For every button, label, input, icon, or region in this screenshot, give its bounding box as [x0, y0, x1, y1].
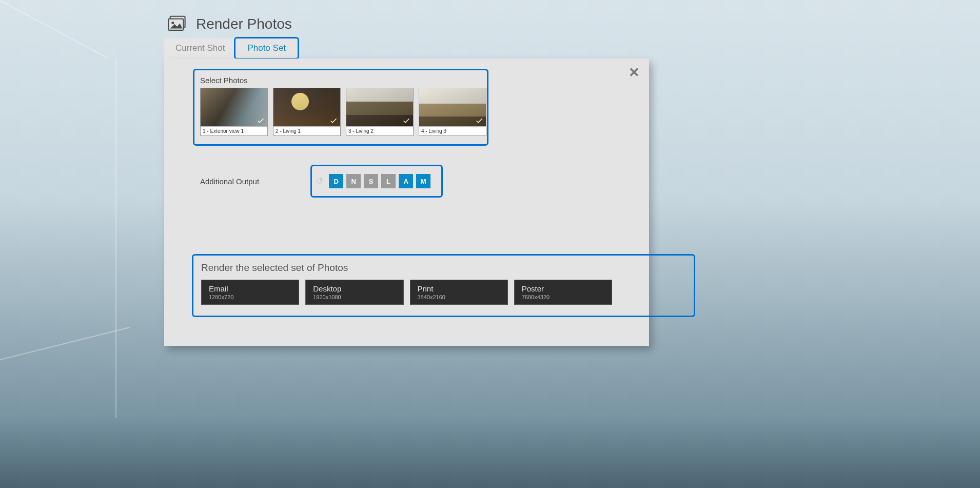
photo-thumb[interactable]: 4 - Living 3	[419, 88, 486, 136]
close-button[interactable]: ✕	[629, 65, 640, 81]
photo-thumb[interactable]: 2 - Living 1	[273, 88, 341, 136]
render-button-label: Desktop	[313, 284, 396, 293]
tab-current-shot[interactable]: Current Shot	[164, 38, 236, 58]
tab-photo-set-label: Photo Set	[247, 43, 286, 53]
reset-icon[interactable]: ↺	[316, 175, 323, 187]
check-icon	[329, 116, 338, 125]
tab-bar: Current Shot Photo Set	[164, 38, 649, 58]
output-chip-l[interactable]: L	[381, 174, 396, 188]
photo-caption: 4 - Living 3	[419, 126, 486, 135]
render-button-print[interactable]: Print 3840x2160	[410, 280, 508, 305]
check-icon	[256, 116, 265, 125]
render-section: Render the selected set of Photos Email …	[195, 257, 618, 314]
check-icon	[402, 116, 411, 125]
photo-thumb[interactable]: 1 - Exterior view 1	[200, 88, 268, 136]
check-icon	[475, 116, 484, 125]
select-photos-section: Select Photos 1 - Exterior view 1 2 - Li…	[195, 71, 618, 142]
dialog-body: ✕ Select Photos 1 - Exterior view 1 2 - …	[164, 58, 649, 346]
photos-icon	[167, 15, 189, 33]
additional-output-group: ↺ D N S L A M	[312, 167, 441, 196]
svg-rect-1	[168, 19, 183, 30]
photo-caption: 3 - Living 2	[346, 126, 413, 135]
render-button-email[interactable]: Email 1280x720	[201, 280, 299, 305]
render-photos-dialog: Render Photos Current Shot Photo Set ✕ S…	[164, 15, 649, 346]
dialog-title: Render Photos	[196, 16, 292, 32]
output-chip-a[interactable]: A	[399, 174, 413, 188]
render-button-resolution: 3840x2160	[418, 294, 500, 300]
render-section-title: Render the selected set of Photos	[201, 262, 612, 274]
render-button-resolution: 1920x1080	[313, 294, 396, 300]
output-chip-d[interactable]: D	[329, 174, 343, 188]
select-photos-label: Select Photos	[200, 76, 613, 85]
photo-caption: 1 - Exterior view 1	[201, 126, 267, 135]
additional-output-label: Additional Output	[200, 177, 259, 186]
tab-photo-set[interactable]: Photo Set	[236, 38, 297, 58]
render-button-resolution: 7680x4320	[522, 294, 604, 300]
additional-output-section: Additional Output ↺ D N S L A M	[195, 167, 618, 196]
render-button-poster[interactable]: Poster 7680x4320	[514, 280, 612, 305]
render-button-label: Email	[209, 284, 291, 293]
svg-point-2	[171, 22, 174, 24]
photo-caption: 2 - Living 1	[273, 126, 340, 135]
output-chip-m[interactable]: M	[416, 174, 430, 188]
render-button-desktop[interactable]: Desktop 1920x1080	[305, 280, 403, 305]
photo-thumb[interactable]: 3 - Living 2	[346, 88, 414, 136]
render-button-resolution: 1280x720	[209, 294, 291, 300]
render-button-label: Print	[418, 284, 500, 293]
output-chip-s[interactable]: S	[364, 174, 378, 188]
output-chip-n[interactable]: N	[346, 174, 361, 188]
render-button-label: Poster	[522, 284, 604, 293]
